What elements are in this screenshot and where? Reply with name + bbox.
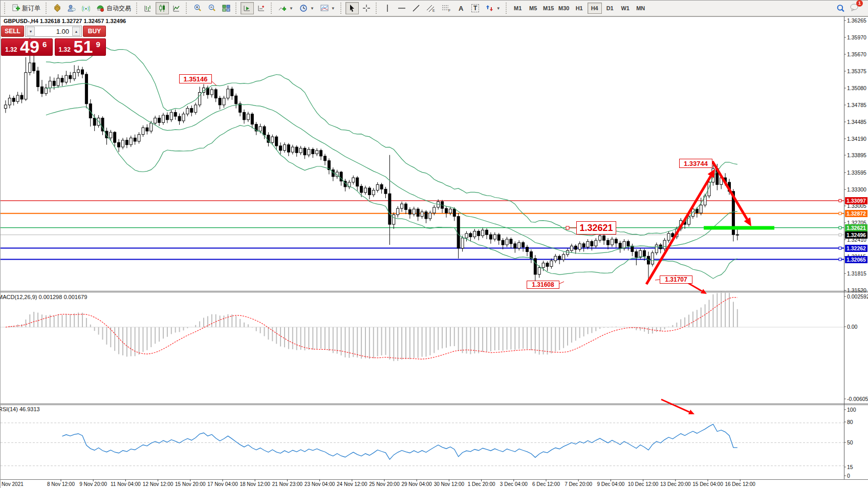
svg-text:1.35080: 1.35080 — [847, 85, 866, 91]
timeframe-m30[interactable]: M30 — [557, 3, 571, 14]
timeframe-m1[interactable]: M1 — [511, 3, 525, 14]
autotrading-icon — [96, 4, 104, 12]
buy-button[interactable]: BUY — [83, 26, 106, 37]
bollinger-band — [46, 83, 737, 253]
toolbar-grip[interactable] — [506, 3, 508, 14]
toolbar-grip[interactable] — [271, 3, 273, 14]
bar-chart-mode-button[interactable] — [141, 2, 155, 14]
svg-text:50: 50 — [847, 439, 853, 445]
price-annotation-131608: 1.31608 — [527, 281, 559, 289]
channel-tool-button[interactable]: E — [424, 2, 438, 14]
toolbar-grip[interactable] — [46, 3, 48, 14]
volume-increase-button[interactable]: ▲ — [72, 27, 80, 36]
zoom-in-button[interactable] — [191, 2, 204, 14]
arrows-tool-button[interactable]: ▼ — [483, 2, 503, 14]
svg-text:80: 80 — [847, 419, 853, 425]
timeframe-m5[interactable]: M5 — [526, 3, 540, 14]
svg-text:1.33300: 1.33300 — [847, 186, 866, 193]
svg-text:25 Nov 20:00: 25 Nov 20:00 — [369, 481, 400, 487]
new-order-label: 新订单 — [22, 4, 40, 13]
timeframe-h1[interactable]: H1 — [572, 3, 587, 14]
tile-windows-icon — [222, 4, 230, 12]
svg-text:30 Nov 12:00: 30 Nov 12:00 — [434, 481, 465, 487]
zoom-out-button[interactable] — [205, 2, 219, 14]
fibonacci-tool-button[interactable]: F — [439, 2, 453, 14]
svg-text:1.33895: 1.33895 — [847, 152, 866, 158]
line-chart-icon — [172, 4, 181, 12]
templates-button[interactable]: ▼ — [318, 2, 338, 14]
timeframe-m15[interactable]: M15 — [541, 3, 556, 14]
text-label-tool-button[interactable]: T — [469, 2, 482, 14]
timeframe-w1[interactable]: W1 — [618, 3, 633, 14]
volume-decrease-button[interactable]: ▼ — [27, 27, 35, 36]
market-watch-button[interactable] — [51, 2, 64, 14]
toolbar-grip[interactable] — [340, 3, 343, 14]
toolbar-grip[interactable] — [235, 3, 238, 14]
price-axis: 1.362651.359701.356701.353751.350801.347… — [844, 17, 867, 293]
price-chart-canvas[interactable]: 1.362651.359701.356701.353751.350801.347… — [1, 16, 868, 488]
svg-text:0.00: 0.00 — [847, 324, 858, 330]
chart-title: GBPUSD-,H4 1.32618 1.32727 1.32457 1.324… — [4, 18, 126, 24]
toolbar-grip[interactable] — [186, 3, 188, 14]
cursor-tool-button[interactable] — [345, 2, 359, 14]
candle-chart-mode-button[interactable] — [156, 2, 169, 14]
toolbar-grip[interactable] — [376, 3, 378, 14]
svg-text:100: 100 — [847, 407, 856, 413]
notifications-button[interactable]: 1 — [850, 3, 859, 14]
svg-text:1.31520: 1.31520 — [847, 287, 866, 293]
chart-shift-button[interactable] — [255, 2, 268, 14]
svg-text:1.35375: 1.35375 — [847, 68, 866, 74]
new-order-button[interactable]: 新订单 — [9, 2, 43, 14]
price-annotation-135146: 1.35146 — [179, 74, 212, 83]
toolbar-right: 1 — [836, 3, 866, 14]
toolbar-grip[interactable] — [4, 3, 7, 14]
timeframe-bar: M1M5M15M30H1H4D1W1MN — [511, 3, 648, 14]
sell-price-pip: 6 — [42, 40, 47, 49]
timeframe-d1[interactable]: D1 — [603, 3, 617, 14]
fibonacci-icon: F — [442, 4, 451, 12]
sell-price-display[interactable]: 1.32 49 6 — [1, 38, 53, 56]
timeframe-h4[interactable]: H4 — [588, 3, 602, 14]
crosshair-tool-button[interactable] — [360, 2, 373, 14]
vertical-line-icon — [383, 4, 392, 12]
notification-badge: 1 — [856, 0, 863, 7]
svg-text:E: E — [432, 9, 435, 12]
text-tool-button[interactable]: A — [454, 2, 468, 14]
svg-text:1.36265: 1.36265 — [847, 17, 866, 24]
data-window-button[interactable] — [65, 2, 78, 14]
chart-area[interactable]: 1.362651.359701.356701.353751.350801.347… — [1, 16, 868, 488]
signal-button[interactable] — [79, 2, 93, 14]
svg-text:23 Nov 04:00: 23 Nov 04:00 — [305, 481, 335, 487]
svg-text:1 Dec 20:00: 1 Dec 20:00 — [468, 481, 495, 487]
buy-price-prefix: 1.32 — [59, 46, 71, 53]
toolbar-grip[interactable] — [136, 3, 139, 14]
volume-value[interactable]: 1.00 — [36, 28, 71, 35]
svg-text:1.34485: 1.34485 — [847, 119, 866, 125]
candle-bodies — [4, 63, 739, 274]
horizontal-line-tool-button[interactable] — [395, 2, 408, 14]
trendline-icon — [412, 4, 420, 12]
auto-scroll-button[interactable] — [241, 2, 254, 14]
rsi-pane: 1008050150 — [1, 407, 856, 479]
tile-windows-button[interactable] — [220, 2, 233, 14]
trendline-tool-button[interactable] — [409, 2, 423, 14]
autotrading-button[interactable]: 自动交易 — [94, 2, 134, 14]
periods-button[interactable]: ▼ — [297, 2, 317, 14]
terminal-window: 新订单 自动交易 — [0, 0, 868, 488]
buy-price-display[interactable]: 1.32 51 9 — [55, 38, 106, 56]
svg-text:18 Nov 12:00: 18 Nov 12:00 — [240, 481, 270, 487]
volume-stepper[interactable]: ▼ 1.00 ▲ — [25, 26, 82, 37]
svg-text:7 Dec 20:00: 7 Dec 20:00 — [565, 481, 592, 487]
vertical-line-tool-button[interactable] — [381, 2, 394, 14]
chevron-down-icon: ▼ — [289, 6, 293, 11]
svg-text:15 Nov 20:00: 15 Nov 20:00 — [175, 481, 206, 487]
indicators-button[interactable]: ▼ — [276, 2, 296, 14]
sell-button[interactable]: SELL — [1, 26, 24, 37]
bollinger-band — [46, 48, 737, 236]
new-order-icon — [12, 4, 20, 12]
timeframe-mn[interactable]: MN — [634, 3, 648, 14]
toolbar: 新订单 自动交易 — [1, 1, 868, 16]
line-chart-mode-button[interactable] — [170, 2, 183, 14]
search-icon[interactable] — [836, 4, 845, 13]
autotrading-label: 自动交易 — [106, 4, 131, 13]
